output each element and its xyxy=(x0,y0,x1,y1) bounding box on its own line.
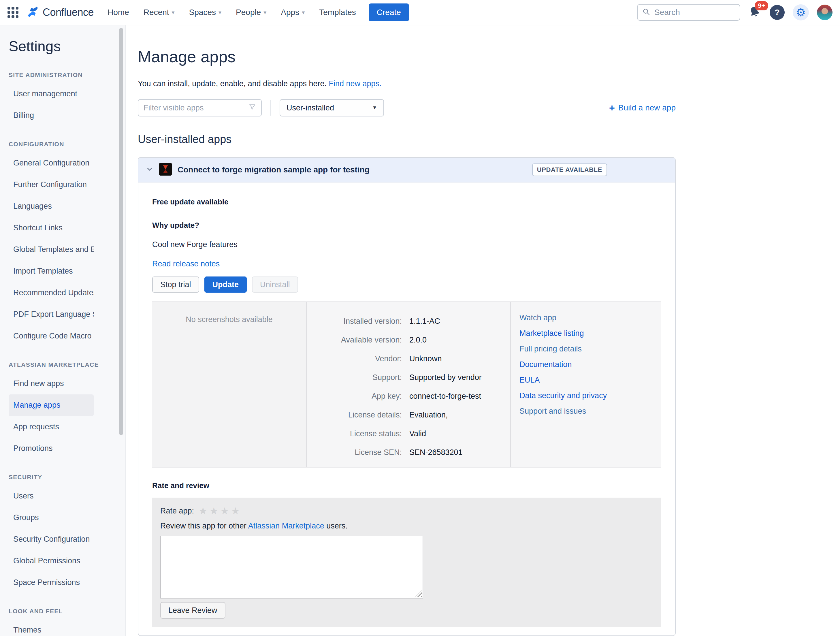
documentation-link[interactable]: Documentation xyxy=(519,360,658,369)
sidebar-item-global-permissions[interactable]: Global Permissions xyxy=(9,550,94,572)
app-panel-body: Free update available Why update? Cool n… xyxy=(138,183,675,635)
notifications-button[interactable]: 9+ xyxy=(748,6,762,19)
marketplace-listing-link[interactable]: Marketplace listing xyxy=(519,329,658,338)
help-button[interactable]: ? xyxy=(770,5,785,20)
nav-item-home[interactable]: Home xyxy=(107,8,129,17)
filter-funnel-icon xyxy=(248,104,256,112)
read-release-notes-link[interactable]: Read release notes xyxy=(152,259,219,268)
sidebar-item-manage-apps[interactable]: Manage apps xyxy=(9,395,94,416)
star-icon: ★ xyxy=(220,505,231,516)
why-update-text: Cool new Forge features xyxy=(152,240,661,249)
sidebar-item-groups[interactable]: Groups xyxy=(9,507,94,529)
main-content: Manage apps You can install, update, ena… xyxy=(126,25,840,636)
filter-apps-field[interactable] xyxy=(138,99,262,117)
sidebar-item-recommended-updates[interactable]: Recommended Updates ... xyxy=(9,282,94,304)
divider xyxy=(270,100,271,115)
sidebar-item-pdf-export-language[interactable]: PDF Export Language Su... xyxy=(9,304,94,325)
sidebar-scrollbar[interactable] xyxy=(119,28,123,436)
page-title: Manage apps xyxy=(138,47,676,66)
star-icon: ★ xyxy=(210,505,220,516)
sidebar-item-general-configuration[interactable]: General Configuration xyxy=(9,152,94,174)
star-icon: ★ xyxy=(199,505,209,516)
gear-icon: ⚙ xyxy=(796,6,806,19)
sidebar-item-themes[interactable]: Themes xyxy=(9,619,94,636)
sidebar-section-look-and-feel: LOOK AND FEEL Themes Colour Scheme xyxy=(9,608,125,636)
rating-stars[interactable]: ★★★★ xyxy=(199,505,242,517)
sidebar-section-security: SECURITY Users Groups Security Configura… xyxy=(9,474,125,593)
support-and-issues-link[interactable]: Support and issues xyxy=(519,407,658,416)
sidebar-item-shortcut-links[interactable]: Shortcut Links xyxy=(9,217,94,239)
search-input[interactable] xyxy=(654,8,735,17)
sidebar-item-billing[interactable]: Billing xyxy=(9,105,94,126)
section-title: User-installed apps xyxy=(138,133,676,145)
update-available-badge: UPDATE AVAILABLE xyxy=(532,164,607,176)
review-textarea-wrap xyxy=(160,536,423,598)
chevron-down-icon[interactable] xyxy=(146,166,153,174)
section-header: SITE ADMINISTRATION xyxy=(9,71,125,79)
nav-item-templates[interactable]: Templates xyxy=(319,8,356,17)
detail-row: License SEN:SEN-26583201 xyxy=(307,448,502,457)
app-title: Connect to forge migration sample app fo… xyxy=(178,165,369,174)
apps-filter-select[interactable]: User-installed ▼ xyxy=(279,99,384,117)
update-button[interactable]: Update xyxy=(204,276,247,293)
uninstall-button: Uninstall xyxy=(252,276,298,293)
confluence-logo[interactable]: Confluence xyxy=(27,5,94,19)
settings-button[interactable]: ⚙ xyxy=(793,4,809,21)
nav-item-apps[interactable]: Apps▾ xyxy=(281,8,305,17)
detail-row: Installed version:1.1.1-AC xyxy=(307,317,502,326)
watch-app-link[interactable]: Watch app xyxy=(519,313,658,322)
question-mark-icon: ? xyxy=(775,8,780,17)
create-button[interactable]: Create xyxy=(369,3,409,21)
page-description: You can install, update, enable, and dis… xyxy=(138,79,676,88)
rate-review-heading: Rate and review xyxy=(152,481,661,490)
sidebar-item-promotions[interactable]: Promotions xyxy=(9,438,94,459)
nav-item-spaces[interactable]: Spaces▾ xyxy=(189,8,221,17)
nav-right-cluster: 9+ ? ⚙ xyxy=(637,4,832,21)
sidebar-item-users[interactable]: Users xyxy=(9,485,94,507)
build-new-app-link[interactable]: + Build a new app xyxy=(609,103,676,113)
sidebar-item-languages[interactable]: Languages xyxy=(9,196,94,217)
free-update-heading: Free update available xyxy=(152,197,661,207)
review-prompt: Review this app for other Atlassian Mark… xyxy=(160,522,653,530)
rate-app-line: Rate app: ★★★★ xyxy=(160,505,653,517)
atlassian-marketplace-link[interactable]: Atlassian Marketplace xyxy=(248,522,324,530)
nav-item-recent[interactable]: Recent▾ xyxy=(144,8,175,17)
detail-row: License status:Valid xyxy=(307,429,502,438)
filter-row: User-installed ▼ + Build a new app xyxy=(138,99,676,117)
detail-row: Available version:2.0.0 xyxy=(307,336,502,344)
sidebar-item-configure-code-macro[interactable]: Configure Code Macro xyxy=(9,325,94,347)
section-header: ATLASSIAN MARKETPLACE xyxy=(9,361,125,368)
eula-link[interactable]: EULA xyxy=(519,376,658,385)
find-new-apps-link[interactable]: Find new apps. xyxy=(329,79,382,88)
sidebar-item-further-configuration[interactable]: Further Configuration xyxy=(9,174,94,196)
app-panel-header[interactable]: Connect to forge migration sample app fo… xyxy=(138,158,675,183)
search-box[interactable] xyxy=(637,4,740,21)
app-switcher-icon[interactable] xyxy=(8,7,19,18)
review-textarea[interactable] xyxy=(161,536,423,598)
chevron-down-icon: ▾ xyxy=(264,9,266,15)
section-header: CONFIGURATION xyxy=(9,141,125,148)
data-security-privacy-link[interactable]: Data security and privacy xyxy=(519,391,658,400)
why-update-heading: Why update? xyxy=(152,221,661,230)
sidebar-section-atlassian-marketplace: ATLASSIAN MARKETPLACE Find new apps Mana… xyxy=(9,361,125,459)
nav-item-people[interactable]: People▾ xyxy=(236,8,266,17)
star-icon: ★ xyxy=(231,505,242,516)
sidebar-item-security-configuration[interactable]: Security Configuration xyxy=(9,529,94,550)
leave-review-button[interactable]: Leave Review xyxy=(160,602,226,619)
avatar[interactable] xyxy=(817,5,832,20)
search-icon xyxy=(642,8,651,17)
sidebar-item-space-permissions[interactable]: Space Permissions xyxy=(9,572,94,593)
app-panel: Connect to forge migration sample app fo… xyxy=(138,157,676,636)
filter-apps-input[interactable] xyxy=(144,104,248,112)
top-navigation: Confluence Home Recent▾ Spaces▾ People▾ … xyxy=(0,0,840,25)
sidebar-item-user-management[interactable]: User management xyxy=(9,83,94,105)
full-pricing-details-link[interactable]: Full pricing details xyxy=(519,344,658,354)
sidebar-item-find-new-apps[interactable]: Find new apps xyxy=(9,373,94,395)
sidebar-item-import-templates[interactable]: Import Templates xyxy=(9,260,94,282)
sidebar-item-app-requests[interactable]: App requests xyxy=(9,416,94,438)
bell-icon xyxy=(748,14,761,19)
sidebar-section-site-administration: SITE ADMINISTRATION User management Bill… xyxy=(9,71,125,126)
chevron-down-icon: ▾ xyxy=(218,9,221,15)
sidebar-item-global-templates[interactable]: Global Templates and Bl... xyxy=(9,239,94,260)
stop-trial-button[interactable]: Stop trial xyxy=(152,276,199,293)
